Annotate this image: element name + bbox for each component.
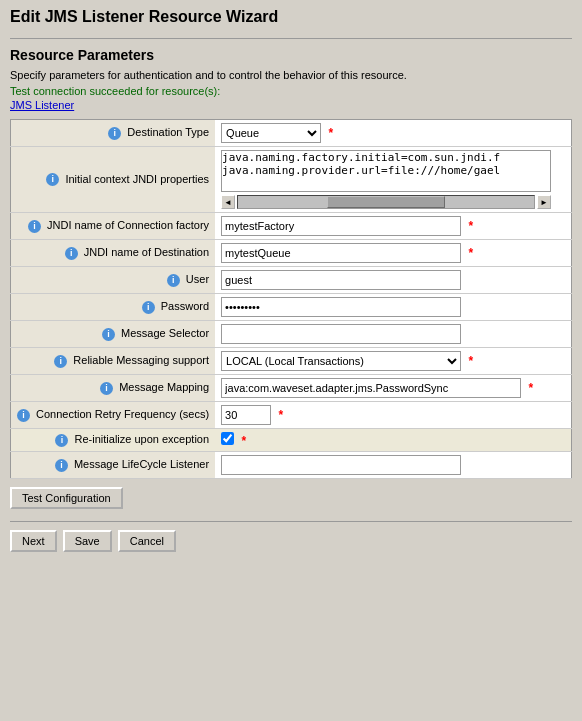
jndi-destination-input[interactable] (221, 243, 461, 263)
table-row: i JNDI name of Destination * (11, 240, 572, 267)
jndi-connection-info-icon[interactable]: i (28, 220, 41, 233)
connection-retry-input[interactable] (221, 405, 271, 425)
connection-retry-label: i Connection Retry Frequency (secs) (11, 402, 216, 429)
lifecycle-label: i Message LifeCycle Listener (11, 452, 216, 479)
password-value-cell (215, 294, 571, 321)
initial-context-info-icon[interactable]: i (46, 173, 59, 186)
reliable-messaging-select[interactable]: LOCAL (Local Transactions) NONE XA (Glob… (221, 351, 461, 371)
table-row: i Password (11, 294, 572, 321)
connection-retry-value-cell: * (215, 402, 571, 429)
section-title: Resource Parameters (10, 47, 572, 63)
lifecycle-input[interactable] (221, 455, 461, 475)
test-config-section: Test Configuration (10, 487, 572, 509)
scrollbar-track (237, 195, 535, 209)
user-info-icon[interactable]: i (167, 274, 180, 287)
jndi-destination-value-cell: * (215, 240, 571, 267)
lifecycle-value-cell (215, 452, 571, 479)
reinitialize-required: * (241, 434, 246, 448)
button-bar: Next Save Cancel (10, 530, 572, 552)
jndi-connection-value-cell: * (215, 213, 571, 240)
destination-type-label: i Destination Type (11, 120, 216, 147)
connection-retry-required: * (278, 408, 283, 422)
scroll-right-btn[interactable]: ► (537, 195, 551, 209)
reinitialize-value-cell: * (215, 429, 571, 452)
test-configuration-button[interactable]: Test Configuration (10, 487, 123, 509)
destination-type-select[interactable]: Queue Topic (221, 123, 321, 143)
connection-retry-info-icon[interactable]: i (17, 409, 30, 422)
table-row: i Connection Retry Frequency (secs) * (11, 402, 572, 429)
reliable-messaging-value-cell: LOCAL (Local Transactions) NONE XA (Glob… (215, 348, 571, 375)
jndi-connection-input[interactable] (221, 216, 461, 236)
message-selector-value-cell (215, 321, 571, 348)
description-text: Specify parameters for authentication an… (10, 69, 572, 81)
destination-type-required: * (328, 126, 333, 140)
jndi-destination-label: i JNDI name of Destination (11, 240, 216, 267)
message-mapping-input[interactable] (221, 378, 521, 398)
table-row: i Destination Type Queue Topic * (11, 120, 572, 147)
message-mapping-label: i Message Mapping (11, 375, 216, 402)
password-info-icon[interactable]: i (142, 301, 155, 314)
table-row: i Reliable Messaging support LOCAL (Loca… (11, 348, 572, 375)
jndi-destination-required: * (468, 246, 473, 260)
jndi-destination-info-icon[interactable]: i (65, 247, 78, 260)
message-mapping-value-cell: * (215, 375, 571, 402)
password-label: i Password (11, 294, 216, 321)
scroll-left-btn[interactable]: ◄ (221, 195, 235, 209)
password-input[interactable] (221, 297, 461, 317)
message-selector-label: i Message Selector (11, 321, 216, 348)
page-title: Edit JMS Listener Resource Wizard (10, 8, 572, 30)
destination-type-value-cell: Queue Topic * (215, 120, 571, 147)
page-container: Edit JMS Listener Resource Wizard Resour… (0, 0, 582, 721)
user-value-cell (215, 267, 571, 294)
save-button[interactable]: Save (63, 530, 112, 552)
table-row: i Message Selector (11, 321, 572, 348)
table-row: i Re-initialize upon exception * (11, 429, 572, 452)
lifecycle-info-icon[interactable]: i (55, 459, 68, 472)
message-selector-input[interactable] (221, 324, 461, 344)
cancel-button[interactable]: Cancel (118, 530, 176, 552)
table-row: i Message Mapping * (11, 375, 572, 402)
table-row: i JNDI name of Connection factory * (11, 213, 572, 240)
jndi-connection-required: * (468, 219, 473, 233)
horizontal-scrollbar: ◄ ► (221, 195, 551, 209)
initial-context-value-cell: java.naming.factory.initial=com.sun.jndi… (215, 147, 571, 213)
jms-listener-link[interactable]: JMS Listener (10, 99, 572, 111)
form-table: i Destination Type Queue Topic * i Initi… (10, 119, 572, 479)
user-label: i User (11, 267, 216, 294)
table-row: i Initial context JNDI properties java.n… (11, 147, 572, 213)
message-mapping-info-icon[interactable]: i (100, 382, 113, 395)
reinitialize-checkbox[interactable] (221, 432, 234, 445)
table-row: i User (11, 267, 572, 294)
reinitialize-label: i Re-initialize upon exception (11, 429, 216, 452)
message-selector-info-icon[interactable]: i (102, 328, 115, 341)
user-input[interactable] (221, 270, 461, 290)
scrollbar-thumb[interactable] (327, 196, 445, 208)
reinitialize-info-icon[interactable]: i (55, 434, 68, 447)
success-text: Test connection succeeded for resource(s… (10, 85, 572, 97)
table-row: i Message LifeCycle Listener (11, 452, 572, 479)
reliable-messaging-required: * (468, 354, 473, 368)
initial-context-label: i Initial context JNDI properties (11, 147, 216, 213)
next-button[interactable]: Next (10, 530, 57, 552)
jndi-connection-label: i JNDI name of Connection factory (11, 213, 216, 240)
initial-context-textarea[interactable]: java.naming.factory.initial=com.sun.jndi… (221, 150, 551, 192)
reliable-messaging-info-icon[interactable]: i (54, 355, 67, 368)
reliable-messaging-label: i Reliable Messaging support (11, 348, 216, 375)
destination-type-info-icon[interactable]: i (108, 127, 121, 140)
initial-context-textarea-wrapper: java.naming.factory.initial=com.sun.jndi… (221, 150, 565, 209)
message-mapping-required: * (528, 381, 533, 395)
